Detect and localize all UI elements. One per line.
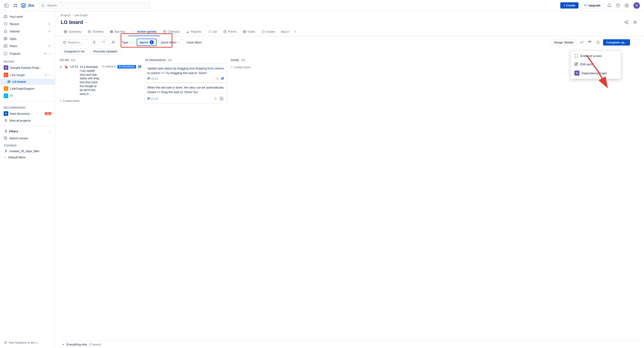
add-assignee-button[interactable]	[110, 39, 118, 46]
clock-icon	[4, 22, 7, 26]
board-search-input[interactable]	[68, 41, 86, 44]
tab-issues[interactable]: Issues	[258, 28, 278, 36]
share-button[interactable]	[623, 19, 630, 26]
search-filter[interactable]	[61, 39, 88, 46]
sidebar-view-all-projects[interactable]: View all projects	[0, 117, 55, 124]
complete-sprint-button[interactable]: Complete sp...	[603, 39, 630, 46]
lightning-button[interactable]	[632, 19, 638, 26]
sidebar-new-discovery[interactable]: N New discovery ... TRY	[0, 110, 55, 117]
sidebar-item-projects[interactable]: Projects + ···	[0, 50, 55, 58]
bell-board-icon	[596, 40, 600, 44]
svg-rect-95	[150, 78, 150, 80]
card-lg11[interactable]: Update task status by dragging and dropp…	[144, 64, 227, 83]
card-lg12[interactable]: When the last task is done, the story ca…	[144, 83, 227, 104]
everything-else-row[interactable]: Everything else (7 issues)	[61, 341, 640, 348]
sidebar-lg-board[interactable]: LG board	[0, 78, 55, 85]
notifications-button[interactable]	[606, 2, 613, 9]
global-search-input[interactable]	[40, 2, 150, 9]
tab-reports[interactable]: Reports	[183, 28, 204, 36]
search-issues-icon	[4, 136, 7, 140]
dropdown-dependency-graph[interactable]: DependencyGraph	[571, 68, 621, 78]
sidebar-item-plans[interactable]: Plans	[0, 42, 55, 50]
forms-icon	[224, 30, 226, 33]
svg-point-108	[221, 98, 222, 98]
add-tab-button[interactable]: +	[292, 28, 298, 36]
svg-rect-99	[221, 78, 222, 80]
new-discovery-icon: N	[4, 111, 8, 116]
list-icon	[208, 30, 211, 33]
sidebar-project-it[interactable]: I IT	[0, 92, 55, 100]
filters-header[interactable]: Filters ···	[0, 128, 55, 135]
tab-backlog[interactable]: Backlog	[107, 28, 128, 36]
tab-active-sprints[interactable]: ··· Active sprints	[128, 28, 160, 36]
sidebar-item-recent[interactable]: Recent	[0, 20, 55, 28]
avatar-filter-button[interactable]	[90, 39, 98, 46]
assigned-to-me-pill[interactable]: Assigned to me	[61, 48, 88, 54]
sidebar-project-linkgraphsupport[interactable]: L LinkGraphSupport	[0, 85, 55, 92]
sidebar-item-your-work[interactable]: Your work	[0, 13, 55, 20]
create-issue-done[interactable]: + Create issue	[230, 64, 308, 71]
sidebar-project-linkgraph[interactable]: L Link Graph + ···	[0, 71, 55, 78]
card-footer-lg11: LG-11	[147, 77, 224, 80]
linkgraph-add-button[interactable]: +	[45, 73, 47, 77]
board-more-button[interactable]: ···	[85, 20, 88, 25]
help-button[interactable]	[614, 2, 622, 9]
grid-view-button[interactable]	[12, 2, 19, 9]
filter-settings-button[interactable]	[100, 39, 108, 46]
insights-button[interactable]	[578, 39, 585, 46]
tab-forms[interactable]: Forms	[220, 28, 240, 36]
create-button[interactable]: + Create	[560, 2, 579, 8]
done-column: DONE 3/3 + Create issue	[230, 57, 308, 335]
sidebar-default-filters[interactable]: Default filters	[0, 154, 55, 160]
group-button[interactable]: Group: Stories	[551, 39, 576, 46]
board-tabs: Summary Timeline Backlog ··· Active spri…	[55, 28, 644, 36]
type-filter-button[interactable]: Type	[119, 39, 135, 46]
svg-rect-16	[4, 39, 5, 40]
svg-line-42	[626, 22, 627, 22]
dropdown-edit-sprint[interactable]: Edit sprint	[571, 60, 621, 68]
tab-summary[interactable]: Summary	[61, 28, 84, 36]
add-project-button[interactable]: +	[44, 52, 46, 56]
recently-updated-pill[interactable]: Recently Updated	[90, 48, 121, 54]
sidebar-created-30-days[interactable]: created_30_days_filter	[0, 148, 55, 154]
filters-more-button[interactable]: ···	[49, 130, 51, 133]
svg-rect-90	[138, 66, 139, 68]
clear-filters-button[interactable]: Clear filters	[185, 40, 204, 45]
sprint-filter-button[interactable]: Sprint 2	[137, 38, 156, 46]
quick-filter-pills: Assigned to me Recently Updated	[55, 48, 644, 57]
sidebar-project-kanban[interactable]: S Sample Kanban Proje...	[0, 64, 55, 71]
svg-rect-17	[6, 39, 7, 40]
card-id-lg11: LG-11	[147, 77, 158, 80]
linkgraph-more-button[interactable]: ···	[49, 73, 51, 77]
sidebar-divider-2	[0, 126, 55, 126]
linkgraphsupport-icon: L	[4, 86, 8, 91]
tab-timeline[interactable]: Timeline	[84, 28, 107, 36]
breadcrumb-link-graph[interactable]: Link Graph	[74, 14, 88, 17]
recent-section-label: Recent	[0, 58, 55, 64]
project-more-button[interactable]: ···	[49, 52, 51, 56]
more-tabs-button[interactable]: More 7	[278, 28, 292, 36]
board-options-button[interactable]: ···	[632, 39, 638, 46]
create-issue-todo[interactable]: + Create issue	[59, 97, 142, 104]
tab-calendar[interactable]: Calendar	[160, 28, 183, 36]
notify-button[interactable]	[595, 39, 601, 46]
dropdown-fullscreen[interactable]: Enter full screen	[571, 52, 621, 60]
sidebar-toggle-button[interactable]	[3, 2, 10, 9]
quick-filters-button[interactable]: Quick filters	[158, 39, 183, 46]
svg-rect-21	[8, 80, 8, 83]
hierarchy-button[interactable]	[586, 39, 593, 46]
upgrade-button[interactable]: 💎 Upgrade	[580, 2, 604, 9]
linkgraph-project-icon: L	[4, 73, 8, 77]
tab-goals[interactable]: Goals	[240, 28, 258, 36]
sidebar-item-starred[interactable]: Starred	[0, 28, 55, 35]
settings-button[interactable]	[623, 2, 630, 9]
tab-list[interactable]: List	[204, 28, 220, 36]
feedback-footer[interactable]: Give feedback on the n...	[0, 339, 55, 346]
jira-logo: Jira	[21, 3, 34, 8]
sidebar-search-issues[interactable]: Search issues	[0, 135, 55, 141]
sidebar-item-apps[interactable]: Apps	[0, 35, 55, 42]
epic-toggle-button[interactable]: ▼	[59, 65, 62, 69]
breadcrumb-projects[interactable]: Projects	[61, 14, 70, 17]
profile-button[interactable]: U	[632, 1, 641, 10]
list-icon-sidebar	[4, 118, 7, 122]
